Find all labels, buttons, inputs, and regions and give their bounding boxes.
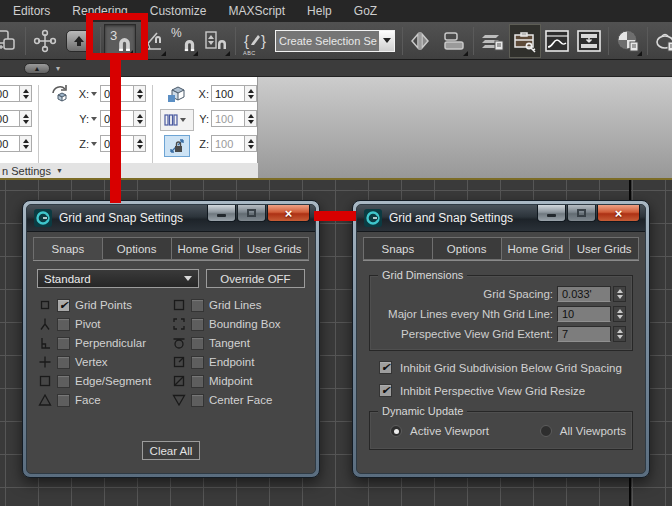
minimize-icon <box>217 214 226 217</box>
perpendicular-checkbox[interactable]: ✔ <box>57 337 70 350</box>
vertex-checkbox[interactable]: ✔ <box>57 356 70 369</box>
inhibit-subdivision-row: ✔ Inhibit Grid Subdivision Below Grid Sp… <box>379 361 635 374</box>
x-scale-field[interactable]: 100 <box>211 85 245 102</box>
scale-cube-icon[interactable] <box>164 83 190 105</box>
ribbon-options-caret[interactable]: ▾ <box>56 64 60 73</box>
mirror-button[interactable] <box>406 24 438 58</box>
spinner-control[interactable] <box>245 85 257 102</box>
tangent-checkbox[interactable]: ✔ <box>191 337 204 350</box>
menu-editors[interactable]: Editors <box>2 1 61 21</box>
close-button[interactable]: × <box>597 205 640 222</box>
snap-preset-dropdown[interactable]: Standard <box>37 269 199 288</box>
position-field[interactable]: 000 <box>0 135 20 152</box>
override-off-button[interactable]: Override OFF <box>206 269 305 288</box>
close-button[interactable]: × <box>267 205 310 222</box>
endpoint-checkbox[interactable]: ✔ <box>191 356 204 369</box>
menu-maxscript[interactable]: MAXScript <box>217 1 296 21</box>
edge-segment-checkbox[interactable]: ✔ <box>57 375 70 388</box>
snap-item-label: Endpoint <box>209 356 254 368</box>
center-face-icon <box>171 393 186 408</box>
tab-user-grids[interactable]: User Grids <box>240 237 309 260</box>
spinner-control[interactable] <box>20 110 32 127</box>
minimize-button[interactable] <box>207 205 236 222</box>
y-scale-field[interactable]: 100 <box>211 110 245 127</box>
edit-named-selections-button[interactable]: {} ABC <box>239 24 271 58</box>
minimize-button[interactable] <box>537 205 566 222</box>
grid-points-checkbox[interactable]: ✔ <box>57 299 70 312</box>
chevron-down-icon[interactable] <box>91 117 97 124</box>
inhibit-subdivision-checkbox[interactable]: ✔ <box>379 361 392 374</box>
spinner-control[interactable] <box>613 306 626 322</box>
active-viewport-radio[interactable] <box>390 425 402 437</box>
align-button[interactable] <box>438 24 470 58</box>
position-field[interactable]: 000 <box>0 110 20 127</box>
spinner-control[interactable] <box>20 85 32 102</box>
dialog-titlebar[interactable]: Grid and Snap Settings × <box>357 205 645 232</box>
ribbon-panel-footer[interactable]: n Settings ▼ <box>0 163 258 178</box>
position-field[interactable]: 000 <box>0 85 20 102</box>
chevron-down-icon[interactable] <box>91 142 97 149</box>
perspective-extent-field[interactable]: 7 <box>557 326 611 342</box>
annotation-connector-horizontal <box>314 211 356 221</box>
tab-options[interactable]: Options <box>103 237 172 260</box>
vertex-icon <box>37 355 52 370</box>
viewport-border <box>0 178 672 180</box>
maximize-button[interactable] <box>237 205 266 222</box>
tab-snaps[interactable]: Snaps <box>363 237 433 260</box>
spinner-control[interactable] <box>134 135 146 152</box>
all-viewports-radio[interactable] <box>540 425 552 437</box>
face-checkbox[interactable]: ✔ <box>57 394 70 407</box>
center-face-checkbox[interactable]: ✔ <box>191 394 204 407</box>
layer-manager-button[interactable] <box>477 24 509 58</box>
maximize-button[interactable] <box>567 205 596 222</box>
bounding-box-checkbox[interactable]: ✔ <box>191 318 204 331</box>
align-icon <box>441 28 467 54</box>
tab-home-grid[interactable]: Home Grid <box>502 237 571 260</box>
grid-lines-checkbox[interactable]: ✔ <box>191 299 204 312</box>
spinner-control[interactable] <box>613 286 626 302</box>
spinner-control[interactable] <box>20 135 32 152</box>
midpoint-checkbox[interactable]: ✔ <box>191 375 204 388</box>
select-and-manipulate-button[interactable] <box>29 24 61 58</box>
spinner-control[interactable] <box>245 110 257 127</box>
select-and-link-button[interactable] <box>0 24 22 58</box>
menu-customize[interactable]: Customize <box>139 1 218 21</box>
z-scale-field[interactable]: 100 <box>211 135 245 152</box>
percent-magnet-icon <box>183 39 196 52</box>
snap-item-perpendicular: ✔ Perpendicular <box>37 336 171 350</box>
tangent-icon <box>171 336 186 351</box>
chevron-down-icon[interactable] <box>91 92 97 99</box>
spinner-control[interactable] <box>134 85 146 102</box>
selection-set-value: Create Selection Se <box>276 35 379 47</box>
tab-home-grid[interactable]: Home Grid <box>172 237 241 260</box>
grid-spacing-field[interactable]: 0.033' <box>557 286 611 302</box>
tab-snaps[interactable]: Snaps <box>33 237 103 260</box>
ribbon-collapse-button[interactable]: ▲ <box>24 63 50 74</box>
spinner-control[interactable] <box>245 135 257 152</box>
tab-options[interactable]: Options <box>433 237 502 260</box>
pivot-checkbox[interactable]: ✔ <box>57 318 70 331</box>
material-editor-button[interactable] <box>612 24 644 58</box>
combobox-dropdown-button[interactable] <box>379 31 394 51</box>
radio-label: All Viewports <box>560 425 626 437</box>
menu-help[interactable]: Help <box>296 1 343 21</box>
clear-all-button[interactable]: Clear All <box>142 441 200 460</box>
selection-set-combobox[interactable]: Create Selection Se <box>275 30 395 52</box>
named-selections-icon: {} <box>244 32 266 49</box>
lock-aspect-toggle[interactable] <box>164 135 190 157</box>
menu-goz[interactable]: GoZ <box>343 1 388 21</box>
container-explorer-button[interactable] <box>509 24 541 58</box>
render-setup-button[interactable] <box>651 24 672 58</box>
major-lines-field[interactable]: 10 <box>557 306 611 322</box>
curve-editor-button[interactable] <box>541 24 573 58</box>
percent-snap-toggle-button[interactable]: % <box>168 24 200 58</box>
dialog-titlebar[interactable]: Grid and Snap Settings × <box>27 205 315 232</box>
schematic-view-button[interactable] <box>573 24 605 58</box>
tab-user-grids[interactable]: User Grids <box>570 237 639 260</box>
inhibit-resize-checkbox[interactable]: ✔ <box>379 384 392 397</box>
spinner-control[interactable] <box>134 110 146 127</box>
snap-item-label: Vertex <box>75 356 108 368</box>
spinner-control[interactable] <box>613 326 626 342</box>
match-pattern-dropdown[interactable] <box>160 109 194 131</box>
spinner-snap-toggle-button[interactable] <box>200 24 232 58</box>
